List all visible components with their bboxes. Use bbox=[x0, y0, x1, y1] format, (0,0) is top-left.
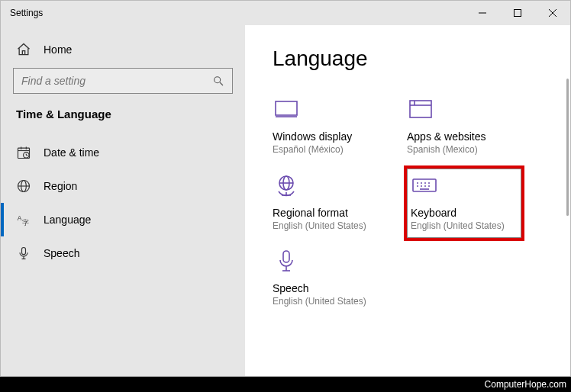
nav-list: Date & time Region A字 Language bbox=[1, 128, 245, 270]
search-icon bbox=[212, 75, 224, 87]
nav-label: Speech bbox=[44, 247, 79, 259]
svg-line-5 bbox=[220, 82, 223, 85]
nav-label: Date & time bbox=[44, 146, 99, 159]
footer-text: ComputerHope.com bbox=[485, 379, 566, 390]
footer-bar: ComputerHope.com bbox=[0, 377, 571, 392]
tile-title: Windows display bbox=[273, 130, 387, 143]
svg-text:字: 字 bbox=[22, 219, 29, 227]
browser-icon bbox=[407, 95, 434, 123]
globe-stand-icon bbox=[273, 172, 300, 199]
page-title: Language bbox=[273, 47, 564, 71]
tile-title: Apps & websites bbox=[407, 130, 521, 143]
tile-title: Keyboard bbox=[411, 207, 518, 219]
calendar-icon bbox=[16, 145, 31, 160]
nav-item-language[interactable]: A字 Language bbox=[1, 203, 245, 236]
microphone-icon bbox=[273, 247, 300, 275]
tile-regional-format[interactable]: Regional format English (United States) bbox=[273, 169, 387, 239]
nav-label: Region bbox=[44, 180, 77, 192]
svg-rect-41 bbox=[283, 251, 289, 262]
microphone-icon bbox=[16, 246, 31, 261]
content-area: Language Windows display Español (México… bbox=[245, 25, 570, 376]
sidebar: Home Time & Language Date & time bbox=[1, 25, 245, 376]
nav-item-speech[interactable]: Speech bbox=[1, 236, 245, 270]
maximize-button[interactable] bbox=[500, 1, 535, 25]
globe-icon bbox=[16, 178, 31, 194]
tile-subtitle: English (United States) bbox=[273, 296, 387, 308]
svg-text:A: A bbox=[18, 214, 22, 222]
scrollbar[interactable] bbox=[566, 79, 569, 216]
svg-rect-21 bbox=[276, 101, 297, 115]
close-button[interactable] bbox=[535, 1, 570, 25]
home-icon bbox=[16, 42, 31, 57]
language-icon: A字 bbox=[16, 212, 31, 227]
svg-rect-18 bbox=[22, 248, 26, 255]
minimize-button[interactable] bbox=[465, 1, 500, 25]
window-title: Settings bbox=[10, 8, 43, 18]
search-input[interactable] bbox=[21, 75, 212, 87]
titlebar: Settings bbox=[1, 1, 570, 25]
section-label: Time & Language bbox=[1, 108, 245, 128]
tile-windows-display[interactable]: Windows display Español (México) bbox=[273, 92, 387, 162]
tile-subtitle: English (United States) bbox=[411, 220, 518, 233]
window-controls bbox=[465, 1, 570, 25]
svg-point-4 bbox=[215, 77, 221, 83]
nav-item-region[interactable]: Region bbox=[1, 169, 245, 203]
search-box[interactable] bbox=[13, 68, 233, 94]
language-tiles: Windows display Español (México) Apps & … bbox=[273, 92, 540, 314]
monitor-icon bbox=[273, 95, 300, 123]
nav-item-date-time[interactable]: Date & time bbox=[1, 136, 245, 169]
home-button[interactable]: Home bbox=[1, 37, 245, 68]
settings-window: Settings Home bbox=[0, 0, 571, 377]
tile-speech[interactable]: Speech English (United States) bbox=[273, 244, 387, 314]
nav-label: Language bbox=[44, 214, 91, 226]
svg-line-12 bbox=[26, 155, 27, 156]
window-body: Home Time & Language Date & time bbox=[1, 25, 570, 376]
svg-rect-1 bbox=[515, 10, 521, 17]
tile-title: Speech bbox=[273, 282, 387, 294]
tile-title: Regional format bbox=[273, 207, 387, 219]
home-label: Home bbox=[44, 43, 72, 56]
tile-subtitle: Español (México) bbox=[273, 144, 387, 156]
tile-subtitle: Spanish (Mexico) bbox=[407, 144, 521, 156]
tile-keyboard[interactable]: Keyboard English (United States) bbox=[407, 169, 521, 239]
keyboard-icon bbox=[411, 172, 438, 199]
svg-rect-23 bbox=[410, 101, 431, 117]
tile-subtitle: English (United States) bbox=[273, 220, 387, 233]
tile-apps-websites[interactable]: Apps & websites Spanish (Mexico) bbox=[407, 92, 521, 162]
